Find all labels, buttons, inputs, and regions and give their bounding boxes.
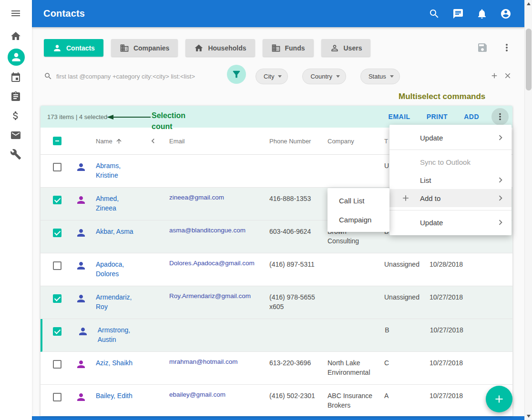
- table-row[interactable]: Bailey, Edith ebailey@gmail.com (416) 50…: [41, 385, 512, 416]
- search-icon[interactable]: [429, 8, 440, 20]
- menu-item-update-bottom[interactable]: Update: [389, 213, 512, 231]
- person-icon: [75, 260, 92, 271]
- money-icon[interactable]: [10, 110, 21, 121]
- chip-label: Status: [368, 73, 386, 80]
- contact-name-link[interactable]: Abrams, Kristine: [96, 162, 121, 179]
- chevron-down-icon: [336, 75, 340, 78]
- contact-company: [325, 319, 381, 351]
- save-icon[interactable]: [477, 42, 488, 53]
- print-button[interactable]: PRINT: [427, 113, 448, 120]
- column-header-company[interactable]: Company: [324, 138, 380, 145]
- contact-name-link[interactable]: Armstrong, Austin: [98, 326, 130, 343]
- contact-email[interactable]: Roy.Armendariz@gmail.com: [169, 292, 251, 300]
- contact-phone: [266, 319, 325, 351]
- chevron-right-icon: [495, 132, 506, 143]
- tab-companies[interactable]: Companies: [111, 39, 178, 57]
- row-checkbox[interactable]: [53, 163, 61, 171]
- mail-icon[interactable]: [10, 130, 21, 141]
- tab-users[interactable]: Users: [321, 39, 371, 57]
- chevron-right-icon: [495, 175, 506, 185]
- chevron-left-icon: [148, 136, 158, 146]
- person-icon: [75, 194, 92, 206]
- column-header-email[interactable]: Email: [165, 138, 266, 145]
- annotation-multiselect-commands: Multiselect commands: [399, 92, 485, 101]
- tab-contacts[interactable]: Contacts: [44, 39, 103, 57]
- notifications-icon[interactable]: [476, 8, 488, 20]
- contact-date: 10/27/2018: [426, 286, 512, 319]
- table-row[interactable]: Apadoca, Dolores Dolores.Apadoca@gmail.c…: [41, 253, 512, 286]
- row-checkbox[interactable]: [53, 393, 61, 401]
- search-input[interactable]: [55, 70, 222, 83]
- email-button[interactable]: EMAIL: [389, 113, 410, 120]
- row-checkbox[interactable]: [53, 261, 61, 270]
- select-all-checkbox[interactable]: [53, 137, 61, 145]
- contact-name-link[interactable]: Aziz, Shaikh: [96, 359, 133, 367]
- contact-company: [324, 155, 380, 187]
- contacts-app: Contacts Contacts Companies House: [0, 0, 532, 420]
- filter-chip-city[interactable]: City: [256, 69, 288, 84]
- contact-name-link[interactable]: Bailey, Edith: [96, 392, 133, 400]
- contact-email[interactable]: Dolores.Apadoca@gmail.com: [169, 260, 255, 267]
- column-header-phone[interactable]: Phone Number: [266, 138, 324, 145]
- scrollbar-thumb[interactable]: [526, 29, 532, 90]
- contact-name-link[interactable]: Akbar, Asma: [96, 228, 133, 235]
- menu-divider: [389, 210, 512, 210]
- submenu-item-call-list[interactable]: Call List: [327, 191, 389, 210]
- menu-item-label: List: [420, 176, 431, 184]
- calendar-icon[interactable]: [10, 72, 21, 83]
- account-icon[interactable]: [500, 8, 512, 20]
- menu-icon[interactable]: [10, 8, 21, 19]
- bottom-bar: [32, 416, 524, 420]
- tools-icon[interactable]: [10, 149, 21, 160]
- column-header-name[interactable]: Name: [92, 138, 148, 145]
- contact-tag: B: [381, 319, 426, 351]
- contact-email[interactable]: zineea@gmail.com: [169, 194, 224, 201]
- more-actions-button[interactable]: [491, 108, 509, 125]
- tab-funds[interactable]: Funds: [263, 39, 314, 57]
- more-options-icon[interactable]: [501, 42, 512, 53]
- filter-chip-country[interactable]: Country: [302, 69, 346, 84]
- tab-label: Households: [208, 44, 246, 52]
- row-checkbox[interactable]: [53, 196, 61, 204]
- table-row[interactable]: Armendariz, Roy Roy.Armendariz@gmail.com…: [41, 286, 512, 319]
- scrollbar: [524, 0, 532, 420]
- row-checkbox[interactable]: [53, 229, 61, 237]
- contact-name-link[interactable]: Ahmed, Zineea: [96, 195, 119, 212]
- clear-search-icon[interactable]: [503, 71, 512, 80]
- row-checkbox[interactable]: [53, 360, 61, 369]
- add-button[interactable]: ADD: [464, 113, 479, 120]
- contact-email[interactable]: asma@blanditcongue.com: [169, 227, 246, 234]
- add-filter-icon[interactable]: [490, 71, 499, 80]
- home-icon: [194, 43, 204, 53]
- menu-item-list[interactable]: List: [389, 171, 512, 189]
- more-vert-icon: [495, 111, 505, 122]
- add-to-submenu: Call List Campaign: [327, 188, 389, 232]
- filter-chip-status[interactable]: Status: [360, 69, 400, 84]
- contact-name-link[interactable]: Apadoca, Dolores: [96, 260, 124, 278]
- tasks-icon[interactable]: [10, 91, 21, 102]
- scroll-down-button[interactable]: [525, 412, 532, 420]
- menu-item-update-top[interactable]: Update: [389, 129, 512, 147]
- contact-email[interactable]: mrahman@hotmail.com: [169, 358, 238, 365]
- tab-households[interactable]: Households: [185, 39, 255, 57]
- contact-date: 10/28/2018: [426, 253, 512, 286]
- chat-icon[interactable]: [452, 8, 464, 20]
- filter-button[interactable]: [227, 65, 246, 84]
- row-checkbox[interactable]: [53, 327, 61, 336]
- submenu-item-campaign[interactable]: Campaign: [327, 210, 389, 229]
- contacts-icon[interactable]: [8, 49, 25, 66]
- table-row[interactable]: Armstrong, Austin B 10/27/2018: [41, 319, 512, 352]
- row-checkbox[interactable]: [53, 294, 61, 303]
- scroll-up-button[interactable]: [525, 0, 532, 8]
- table-row[interactable]: Aziz, Shaikh mrahman@hotmail.com 613-220…: [41, 352, 512, 385]
- building-icon: [271, 43, 281, 53]
- contact-email[interactable]: ebailey@gmail.com: [169, 391, 225, 398]
- collapse-columns-button[interactable]: [148, 136, 165, 146]
- person-icon: [77, 326, 94, 337]
- home-icon[interactable]: [10, 30, 21, 42]
- add-contact-fab[interactable]: [486, 386, 512, 412]
- person-outline-icon: [330, 43, 339, 53]
- contact-name-link[interactable]: Armendariz, Roy: [96, 293, 132, 310]
- menu-item-add-to[interactable]: Add to: [389, 189, 512, 207]
- sidebar: [0, 0, 32, 420]
